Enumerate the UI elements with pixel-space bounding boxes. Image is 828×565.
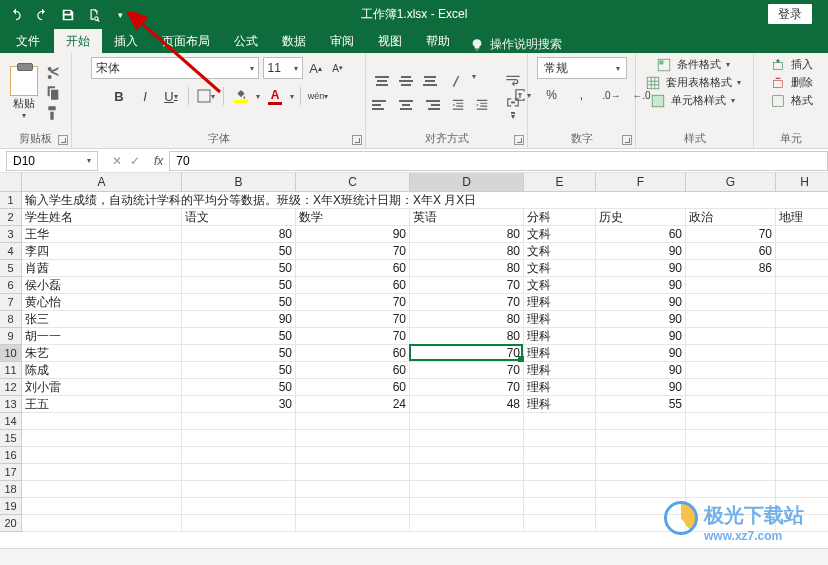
format-painter-button[interactable] (45, 105, 65, 121)
cell[interactable] (686, 379, 776, 396)
enter-formula-button[interactable]: ✓ (130, 154, 140, 168)
increase-decimal-button[interactable]: .0→ (599, 85, 625, 105)
cell[interactable] (686, 311, 776, 328)
number-format-select[interactable]: 常规▾ (537, 57, 627, 79)
cell[interactable]: 60 (296, 379, 410, 396)
cell[interactable]: 文科 (524, 226, 596, 243)
cell[interactable]: 90 (596, 294, 686, 311)
row-header-18[interactable]: 18 (0, 481, 22, 498)
cell[interactable]: 文科 (524, 277, 596, 294)
cell[interactable]: 80 (182, 226, 296, 243)
cell[interactable] (296, 430, 410, 447)
fill-color-dropdown[interactable]: ▾ (256, 92, 260, 101)
cell[interactable]: 50 (182, 379, 296, 396)
align-launcher[interactable] (514, 135, 524, 145)
increase-font-button[interactable]: A▴ (307, 57, 325, 79)
cell[interactable]: 70 (410, 362, 524, 379)
cell[interactable]: 60 (296, 277, 410, 294)
row-header-3[interactable]: 3 (0, 226, 22, 243)
insert-cells-button[interactable]: 插入 (770, 57, 813, 72)
cell[interactable] (524, 515, 596, 532)
cell[interactable] (22, 498, 182, 515)
cancel-formula-button[interactable]: ✕ (112, 154, 122, 168)
cell[interactable] (776, 396, 828, 413)
font-color-dropdown[interactable]: ▾ (290, 92, 294, 101)
cell[interactable] (182, 430, 296, 447)
tab-home[interactable]: 开始 (54, 29, 102, 53)
col-header-F[interactable]: F (596, 173, 686, 192)
cell[interactable]: 理科 (524, 362, 596, 379)
copy-button[interactable] (45, 85, 65, 101)
align-right-button[interactable] (420, 96, 440, 114)
cell[interactable]: 70 (296, 294, 410, 311)
row-header-1[interactable]: 1 (0, 192, 22, 209)
cell[interactable] (686, 362, 776, 379)
cell[interactable] (296, 498, 410, 515)
cell[interactable] (776, 226, 828, 243)
cell[interactable]: 90 (596, 311, 686, 328)
cell[interactable]: 70 (410, 277, 524, 294)
cell[interactable]: 90 (596, 243, 686, 260)
cell[interactable]: 王华 (22, 226, 182, 243)
cell[interactable]: 50 (182, 243, 296, 260)
cell[interactable] (524, 498, 596, 515)
cell[interactable] (524, 430, 596, 447)
cell[interactable]: 90 (596, 260, 686, 277)
cell[interactable]: 陈成 (22, 362, 182, 379)
horizontal-scrollbar[interactable] (0, 548, 828, 565)
cell[interactable]: 70 (410, 345, 524, 362)
cell[interactable]: 朱艺 (22, 345, 182, 362)
cell[interactable] (524, 464, 596, 481)
cell[interactable] (686, 294, 776, 311)
fill-color-button[interactable] (230, 85, 252, 107)
cell[interactable] (410, 515, 524, 532)
align-top-button[interactable] (372, 72, 392, 90)
cell[interactable]: 60 (596, 226, 686, 243)
row-header-5[interactable]: 5 (0, 260, 22, 277)
cell[interactable]: 90 (596, 345, 686, 362)
cell[interactable]: 86 (686, 260, 776, 277)
tab-help[interactable]: 帮助 (414, 29, 462, 53)
cell[interactable]: 理科 (524, 396, 596, 413)
decrease-indent-button[interactable] (448, 96, 468, 114)
cell[interactable]: 80 (410, 260, 524, 277)
cell[interactable] (410, 498, 524, 515)
cell[interactable] (686, 328, 776, 345)
conditional-format-button[interactable]: 条件格式 ▾ (656, 57, 730, 72)
col-header-D[interactable]: D (410, 173, 524, 192)
cell[interactable] (410, 447, 524, 464)
cell[interactable]: 理科 (524, 345, 596, 362)
cell[interactable]: 语文 (182, 209, 296, 226)
cell[interactable]: 70 (686, 226, 776, 243)
row-header-8[interactable]: 8 (0, 311, 22, 328)
cell[interactable]: 学生姓名 (22, 209, 182, 226)
cell[interactable] (182, 515, 296, 532)
align-bottom-button[interactable] (420, 72, 440, 90)
percent-button[interactable]: % (539, 85, 565, 105)
align-middle-button[interactable] (396, 72, 416, 90)
cell[interactable]: 70 (410, 294, 524, 311)
tab-insert[interactable]: 插入 (102, 29, 150, 53)
cell[interactable]: 60 (296, 362, 410, 379)
cell[interactable]: 李四 (22, 243, 182, 260)
formula-input[interactable]: 70 (169, 151, 828, 171)
cut-button[interactable] (45, 65, 65, 81)
cell[interactable]: 地理 (776, 209, 828, 226)
row-header-17[interactable]: 17 (0, 464, 22, 481)
orientation-button[interactable] (448, 72, 468, 90)
font-color-button[interactable]: A (264, 85, 286, 107)
cell[interactable] (686, 277, 776, 294)
format-cells-button[interactable]: 格式 (770, 93, 813, 108)
row-header-19[interactable]: 19 (0, 498, 22, 515)
cell[interactable] (410, 464, 524, 481)
cell[interactable] (296, 464, 410, 481)
cell[interactable]: 政治 (686, 209, 776, 226)
login-button[interactable]: 登录 (768, 4, 812, 24)
cell[interactable]: 60 (296, 345, 410, 362)
fx-icon[interactable]: fx (148, 154, 169, 168)
cell[interactable] (410, 413, 524, 430)
cell[interactable] (596, 447, 686, 464)
cell[interactable] (776, 328, 828, 345)
cell[interactable]: 60 (296, 260, 410, 277)
cell[interactable]: 刘小雷 (22, 379, 182, 396)
